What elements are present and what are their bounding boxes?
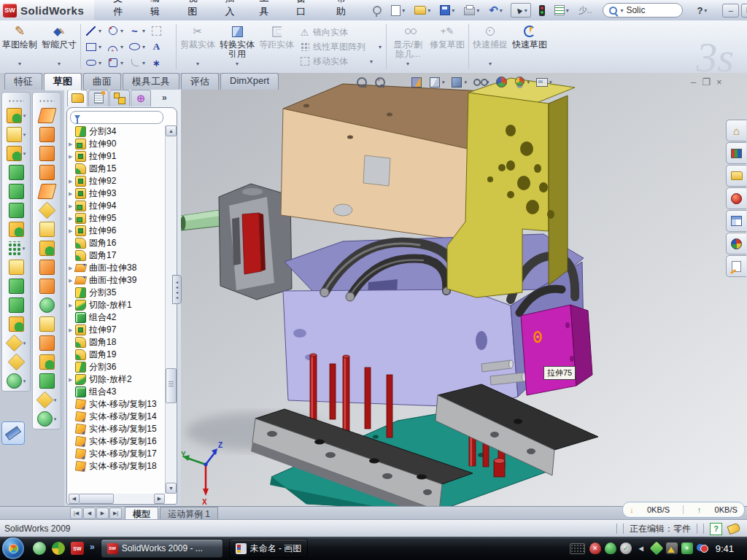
panel-splitter-handle[interactable]: ◂◂◂◂ (172, 275, 182, 304)
expand-arrow-icon[interactable]: ▶ (69, 327, 75, 333)
tray-icon[interactable]: + (681, 542, 693, 554)
scroll-up-button[interactable]: ▲ (166, 125, 177, 136)
scroll-thumb[interactable] (166, 368, 177, 403)
tray-icon[interactable]: ✓ (620, 542, 632, 554)
surface-tool-button[interactable] (39, 241, 55, 255)
task-pane-button[interactable] (726, 187, 746, 209)
slot-tool[interactable]: ▾ (85, 58, 101, 68)
command-tab[interactable]: 模具工具 (123, 73, 179, 90)
search-input[interactable]: ▾ Solic (603, 3, 683, 18)
expand-arrow-icon[interactable]: ▶ (69, 203, 75, 209)
feature-tool-button[interactable] (9, 203, 24, 217)
surface-tool-button[interactable] (39, 203, 55, 217)
options-checklist-icon[interactable]: ▾ (553, 4, 570, 17)
quick-tips-icon[interactable]: ? (710, 523, 722, 535)
repair-sketch-button[interactable]: +✎ 修复草图 (427, 20, 467, 73)
prev-tab-button[interactable]: ◀ (83, 508, 96, 519)
feature-tree-item[interactable]: ▶ 实体-移动/复制13 (69, 398, 166, 411)
document-tab[interactable]: 运动算例 1 (160, 507, 218, 520)
task-pane-button[interactable] (726, 210, 746, 232)
feature-tree-item[interactable]: ▶ 圆角17 (69, 249, 166, 262)
feature-tool-button[interactable] (7, 241, 26, 255)
expand-arrow-icon[interactable]: ▶ (69, 228, 75, 234)
display-delete-relations-button[interactable]: 显示/删除几...▾ (388, 20, 427, 73)
ellipse-tool[interactable]: ▾ (129, 42, 145, 52)
scroll-right-button[interactable]: ▶ (154, 494, 165, 504)
feature-tree-item[interactable]: ▶ 组合43 (69, 386, 166, 398)
expand-arrow-icon[interactable]: ▶ (69, 141, 75, 147)
feature-tool-button[interactable] (7, 128, 26, 141)
save-icon[interactable]: ▾ (438, 4, 456, 17)
feature-tree-item[interactable]: ▶ 拉伸91 (69, 150, 166, 163)
propertymanager-tab[interactable] (88, 90, 109, 106)
feature-tree-item[interactable]: ▶ 拉伸94 (69, 200, 166, 212)
polygon-tool[interactable]: ▾ (107, 58, 123, 68)
mirror-entities-button[interactable]: ⚠镜向实体 (299, 26, 382, 39)
rectangle-tool[interactable]: ▾ (85, 42, 101, 52)
feature-tool-button[interactable] (7, 336, 26, 350)
feature-tool-button[interactable] (9, 298, 24, 312)
document-tab[interactable]: 模型 (125, 507, 158, 520)
surface-tool-button[interactable] (39, 166, 55, 179)
new-document-icon[interactable]: ▾ (390, 4, 406, 18)
scroll-left-button[interactable]: ◀ (69, 494, 80, 504)
start-button[interactable] (2, 537, 24, 559)
task-pane-button[interactable] (726, 255, 746, 277)
command-tab[interactable]: DimXpert (220, 73, 279, 90)
surface-tool-button[interactable] (39, 317, 55, 331)
view-tool-button[interactable] (392, 76, 404, 88)
command-tab[interactable]: 曲面 (83, 73, 121, 90)
linear-pattern-button[interactable]: 线性草图阵列▾ (299, 41, 382, 53)
quick-snaps-button[interactable]: 快速捕捉▾ (471, 20, 510, 73)
feature-tree-item[interactable]: ▶ 圆角16 (69, 237, 166, 249)
view-tool-button[interactable] (495, 76, 508, 88)
command-tab[interactable]: 评估 (181, 73, 219, 90)
scroll-down-button[interactable]: ▼ (166, 483, 177, 494)
feature-tool-button[interactable] (9, 260, 24, 274)
expand-arrow-icon[interactable]: ▶ (69, 154, 75, 160)
view-tool-button[interactable] (514, 76, 530, 88)
measure-tool-button-pressed[interactable] (1, 421, 25, 445)
feature-tool-button[interactable] (9, 166, 24, 179)
arc-tool[interactable]: ▾ (107, 42, 123, 52)
rebuild-traffic-light-icon[interactable] (538, 4, 546, 18)
feature-tool-button[interactable] (9, 279, 24, 293)
doc-minimize-button[interactable]: – (691, 77, 696, 88)
feature-tree-item[interactable]: ▶ 拉伸93 (69, 187, 166, 200)
pin-icon[interactable] (371, 4, 383, 16)
text-tool[interactable]: A (151, 42, 162, 52)
select-icon[interactable]: ▲▾ (511, 3, 531, 18)
tray-icon[interactable] (666, 542, 678, 554)
task-pane-button[interactable] (726, 142, 746, 164)
print-icon[interactable]: ▾ (462, 4, 481, 17)
feature-tree-item[interactable]: ▶ 拉伸90 (69, 138, 166, 150)
open-icon[interactable]: ▾ (413, 4, 432, 16)
quick-launch-solidworks-icon[interactable]: SW (71, 542, 84, 555)
feature-tree-item[interactable]: ▶ 实体-移动/复制17 (69, 448, 166, 460)
feature-tool-button[interactable] (7, 374, 26, 388)
panel-overflow-chevron[interactable]: » (162, 93, 167, 103)
feature-tree-item[interactable]: ▶ 圆角18 (69, 336, 166, 349)
tray-icon[interactable]: ✕ (589, 542, 601, 554)
feature-tree-item[interactable]: ▶ 曲面-拉伸38 (69, 262, 166, 274)
selection-box-tool[interactable] (151, 26, 162, 36)
feature-tree-item[interactable]: ▶ 圆角15 (69, 163, 166, 175)
feature-tree-item[interactable]: ▶ 拉伸95 (69, 212, 166, 225)
hscroll-thumb[interactable] (79, 494, 114, 504)
feature-tree-item[interactable]: ▶ 实体-移动/复制15 (69, 423, 166, 435)
tray-icon[interactable] (605, 542, 616, 554)
view-tool-button[interactable] (473, 76, 489, 88)
feature-tree-item[interactable]: ▶ 切除-放样2 (69, 373, 166, 386)
quick-launch-overflow-chevron[interactable]: » (90, 542, 95, 555)
feature-tree-item[interactable]: ▶ 组合42 (69, 311, 166, 324)
feature-tree-item[interactable]: ▶ 分割35 (69, 287, 166, 299)
help-icon[interactable]: ?▾ (689, 4, 708, 18)
view-tool-button[interactable] (428, 76, 445, 88)
feature-tool-button[interactable] (9, 222, 24, 236)
taskbar-button[interactable]: SW SolidWorks 2009 - ... (101, 539, 223, 558)
first-tab-button[interactable]: |◀ (70, 508, 82, 519)
tray-icon[interactable] (697, 542, 708, 554)
spline-tool[interactable]: ~▾ (129, 26, 145, 36)
command-tab[interactable]: 特征 (4, 73, 42, 90)
toolbar-overflow-label[interactable]: 少.. (577, 3, 594, 18)
